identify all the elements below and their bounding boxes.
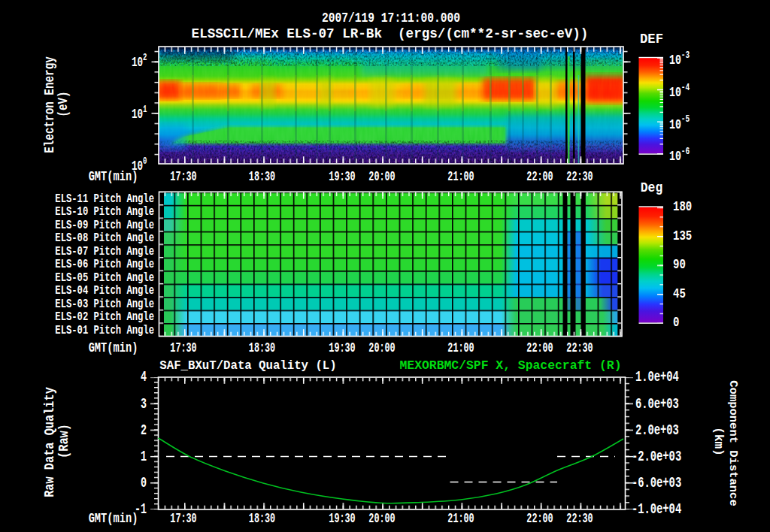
svg-text:22:00: 22:00 bbox=[526, 168, 553, 184]
svg-text:Raw Data Quality: Raw Data Quality bbox=[42, 387, 58, 497]
svg-text:(km): (km) bbox=[711, 427, 725, 455]
svg-text:22:30: 22:30 bbox=[566, 168, 593, 184]
svg-text:ELS-03 Pitch Angle: ELS-03 Pitch Angle bbox=[55, 297, 154, 310]
svg-text:21:00: 21:00 bbox=[447, 340, 474, 355]
svg-text:GMT(min): GMT(min) bbox=[89, 512, 138, 527]
svg-text:6.0e+03: 6.0e+03 bbox=[635, 395, 679, 412]
svg-text:-1.0e+04: -1.0e+04 bbox=[632, 501, 681, 518]
svg-text:Deg: Deg bbox=[641, 181, 662, 196]
svg-text:19:30: 19:30 bbox=[329, 340, 355, 355]
svg-text:20:00: 20:00 bbox=[368, 168, 395, 184]
svg-text:1.0e+04: 1.0e+04 bbox=[635, 369, 679, 385]
svg-text:2007/119 17:11:00.000: 2007/119 17:11:00.000 bbox=[322, 10, 460, 26]
svg-text:180: 180 bbox=[673, 199, 692, 215]
svg-text:1: 1 bbox=[141, 449, 147, 465]
svg-text:ELS-06 Pitch Angle: ELS-06 Pitch Angle bbox=[55, 257, 154, 271]
svg-text:18:30: 18:30 bbox=[249, 168, 275, 184]
svg-text:20:00: 20:00 bbox=[368, 340, 395, 355]
svg-text:2: 2 bbox=[141, 422, 147, 439]
svg-text:19:30: 19:30 bbox=[329, 511, 355, 527]
svg-text:22:30: 22:30 bbox=[566, 340, 593, 355]
svg-text:GMT(min): GMT(min) bbox=[89, 340, 138, 355]
svg-text:22:00: 22:00 bbox=[526, 511, 553, 527]
svg-text:0: 0 bbox=[673, 315, 679, 331]
svg-text:45: 45 bbox=[673, 286, 686, 301]
svg-text:ELS-07 Pitch Angle: ELS-07 Pitch Angle bbox=[55, 244, 154, 258]
svg-text:ELS-08 Pitch Angle: ELS-08 Pitch Angle bbox=[55, 231, 154, 244]
svg-text:-2.0e+03: -2.0e+03 bbox=[632, 449, 681, 465]
svg-text:17:30: 17:30 bbox=[170, 340, 196, 355]
svg-text:21:00: 21:00 bbox=[447, 511, 474, 527]
svg-text:0: 0 bbox=[141, 475, 147, 491]
svg-text:(eV): (eV) bbox=[56, 91, 71, 116]
svg-text:4: 4 bbox=[141, 369, 147, 385]
svg-text:Component Distance: Component Distance bbox=[726, 380, 740, 506]
svg-text:MEXORBMC/SPF X, Spacecraft (R): MEXORBMC/SPF X, Spacecraft (R) bbox=[399, 358, 621, 373]
svg-text:17:30: 17:30 bbox=[170, 168, 196, 184]
svg-text:20:00: 20:00 bbox=[368, 511, 395, 527]
svg-text:22:00: 22:00 bbox=[526, 340, 553, 355]
svg-text:ELS-04 Pitch Angle: ELS-04 Pitch Angle bbox=[55, 283, 154, 297]
svg-text:90: 90 bbox=[673, 257, 686, 273]
svg-text:ELS-09 Pitch Angle: ELS-09 Pitch Angle bbox=[55, 218, 154, 231]
svg-text:17:30: 17:30 bbox=[170, 511, 196, 527]
svg-text:18:30: 18:30 bbox=[249, 340, 275, 355]
svg-text:ELS-01 Pitch Angle: ELS-01 Pitch Angle bbox=[55, 323, 154, 337]
svg-text:DEF: DEF bbox=[640, 31, 663, 47]
svg-text:-6.0e+03: -6.0e+03 bbox=[632, 475, 681, 491]
svg-text:135: 135 bbox=[673, 228, 692, 243]
svg-text:ELS-10 Pitch Angle: ELS-10 Pitch Angle bbox=[55, 205, 154, 219]
svg-text:ELS-05 Pitch Angle: ELS-05 Pitch Angle bbox=[55, 271, 154, 284]
svg-text:22:30: 22:30 bbox=[566, 511, 593, 527]
svg-text:18:30: 18:30 bbox=[249, 511, 275, 527]
svg-text:19:30: 19:30 bbox=[329, 168, 355, 184]
svg-text:ELSSCIL/MEx ELS-07 LR-Bk (erg: ELSSCIL/MEx ELS-07 LR-Bk (ergs/(cm**2-sr… bbox=[192, 26, 589, 41]
svg-text:3: 3 bbox=[141, 395, 147, 412]
svg-text:ELS-11 Pitch Angle: ELS-11 Pitch Angle bbox=[55, 192, 154, 205]
svg-text:2.0e+03: 2.0e+03 bbox=[635, 422, 679, 439]
svg-text:GMT(min): GMT(min) bbox=[89, 169, 138, 184]
svg-text:ELS-02 Pitch Angle: ELS-02 Pitch Angle bbox=[55, 310, 154, 323]
svg-text:(Raw): (Raw) bbox=[56, 424, 72, 458]
svg-text:SAF_BXuT/Data Quality (L): SAF_BXuT/Data Quality (L) bbox=[159, 359, 336, 373]
svg-text:21:00: 21:00 bbox=[447, 168, 474, 184]
